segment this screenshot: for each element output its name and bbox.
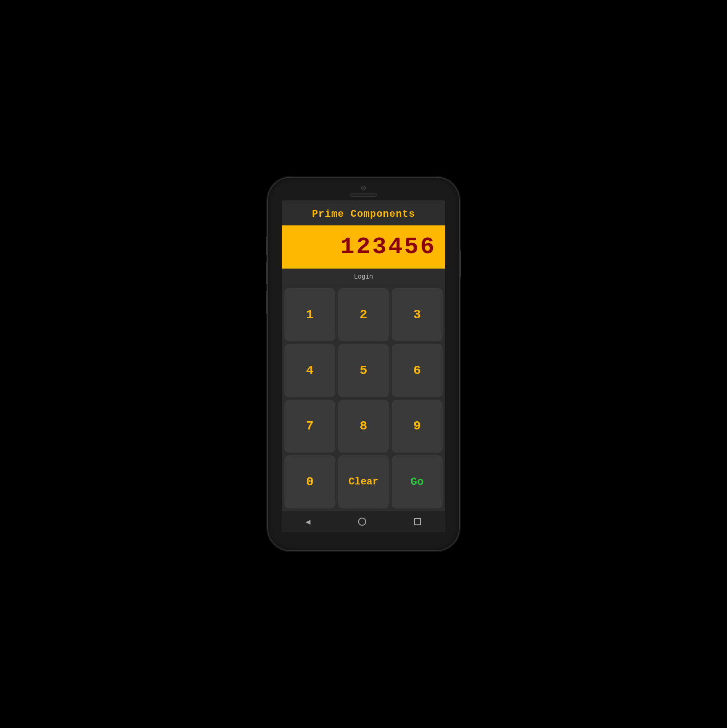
display-area: 123456 <box>282 225 445 269</box>
back-nav-button[interactable]: ◀ <box>306 517 311 527</box>
phone-top-bar <box>268 178 459 200</box>
key-4-button[interactable]: 4 <box>284 344 335 397</box>
key-5-button[interactable]: 5 <box>338 344 389 397</box>
home-nav-button[interactable] <box>358 518 366 526</box>
clear-button[interactable]: Clear <box>338 455 389 509</box>
speaker-icon <box>350 193 377 197</box>
phone-device: Prime Components 123456 Login 1 2 3 4 5 … <box>268 178 459 550</box>
power-button <box>459 250 461 278</box>
go-button[interactable]: Go <box>392 455 443 509</box>
key-9-button[interactable]: 9 <box>392 400 443 453</box>
camera-icon <box>361 186 366 190</box>
key-0-button[interactable]: 0 <box>284 455 335 509</box>
key-6-button[interactable]: 6 <box>392 344 443 397</box>
volume-down-button <box>266 262 268 284</box>
key-2-button[interactable]: 2 <box>338 288 389 341</box>
keypad: 1 2 3 4 5 6 7 8 9 0 Clear Go <box>282 285 445 511</box>
volume-up-button <box>266 237 268 255</box>
display-number: 123456 <box>291 234 436 260</box>
phone-screen: Prime Components 123456 Login 1 2 3 4 5 … <box>282 200 445 511</box>
nav-bar: ◀ <box>282 511 445 532</box>
recent-nav-button[interactable] <box>414 518 421 525</box>
silent-button <box>266 291 268 314</box>
login-label: Login <box>282 269 445 285</box>
key-8-button[interactable]: 8 <box>338 400 389 453</box>
key-1-button[interactable]: 1 <box>284 288 335 341</box>
key-3-button[interactable]: 3 <box>392 288 443 341</box>
key-7-button[interactable]: 7 <box>284 400 335 453</box>
app-title: Prime Components <box>282 200 445 225</box>
phone-bottom <box>268 532 459 550</box>
